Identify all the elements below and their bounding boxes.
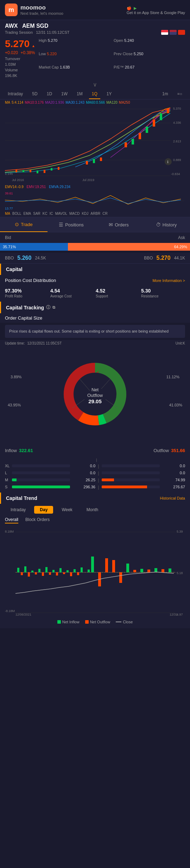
svg-text:Jul 2019: Jul 2019 <box>82 178 94 182</box>
s-label: S <box>5 485 11 489</box>
donut-label-right: 41.03% <box>169 403 182 407</box>
trend-tab-day[interactable]: Day <box>34 506 53 514</box>
trend-chart-svg: 8.18M -8.18M 5.39 5.18 4.97 <box>5 528 185 616</box>
tab-intraday[interactable]: Intraday <box>5 90 26 99</box>
chart-settings[interactable]: =○ <box>175 90 185 99</box>
tab-1min[interactable]: 1m <box>159 90 171 99</box>
flow-row-xl: XL 0.0 | 0.0 <box>5 463 185 469</box>
svg-rect-85 <box>147 570 150 572</box>
m-outflow-val: 74.99 <box>160 478 185 482</box>
trend-subtab-block[interactable]: Block Orders <box>25 517 50 523</box>
svg-rect-57 <box>17 568 19 572</box>
app-header: m moomoo Next trade, let's moomoo 🍎 ▶ Ge… <box>0 0 190 20</box>
capital-copy-icon: ⧉ <box>52 305 55 310</box>
svg-text:Outflow: Outflow <box>87 393 103 398</box>
l-inflow-val: 0.0 <box>71 471 95 475</box>
svg-rect-88 <box>169 568 171 572</box>
m-outflow-bar <box>102 478 160 481</box>
svg-rect-12 <box>23 170 24 172</box>
m-inflow-val: 26.25 <box>71 478 95 482</box>
trend-chart: 8.18M -8.18M 5.39 5.18 4.97 <box>0 526 190 618</box>
trend-subtab-overall[interactable]: Overall <box>5 517 18 523</box>
svg-rect-72 <box>49 572 51 575</box>
trade-tab[interactable]: ⊙ Trade <box>0 217 48 232</box>
s-outflow-val: 276.67 <box>160 485 185 489</box>
donut-label-top-right: 11.12% <box>166 375 179 379</box>
svg-text:2.613: 2.613 <box>173 140 181 143</box>
historical-data-link[interactable]: Historical Data <box>160 496 185 500</box>
apple-icon: 🍎 <box>127 6 132 11</box>
trend-subtabs: Overall Block Orders <box>0 516 190 526</box>
svg-rect-11 <box>15 169 17 172</box>
trend-tab-intraday[interactable]: Intraday <box>5 506 31 514</box>
donut-svg: Net Outflow 29.05 <box>60 359 130 429</box>
svg-rect-65 <box>74 569 76 572</box>
turnover: Turnover <box>5 57 35 61</box>
history-tab[interactable]: ⏱ History <box>142 217 190 232</box>
orders-tab[interactable]: ✉ Orders <box>95 217 142 232</box>
stock-title-bar: AWX AEM SGD Trading Session 12/31 11:05:… <box>0 20 190 36</box>
price-up-arrow <box>32 38 35 50</box>
flow-row-s: S 296.36 | 276.67 <box>5 484 185 490</box>
ma30: MA30:1.243 <box>65 101 84 104</box>
svg-rect-25 <box>153 120 155 127</box>
tab-1w[interactable]: 1W <box>58 90 70 99</box>
svg-rect-76 <box>77 572 79 575</box>
svg-text:-8.18M: -8.18M <box>5 609 15 613</box>
support: 4.52 Support <box>96 288 140 298</box>
svg-line-44 <box>101 378 111 389</box>
svg-rect-18 <box>86 161 88 165</box>
svg-text:4.97: 4.97 <box>177 613 183 616</box>
svg-rect-73 <box>56 572 58 576</box>
svg-rect-16 <box>51 168 52 171</box>
tab-5d[interactable]: 5D <box>29 90 40 99</box>
logo: m moomoo Next trade, let's moomoo <box>5 4 63 16</box>
ma-indicators: MA 5:4.114 MA10:3.176 MA20:1.936 MA30:1.… <box>0 99 190 105</box>
expand-arrow[interactable]: ∨ <box>0 81 190 89</box>
xl-label: XL <box>5 464 11 468</box>
positions-icon: ☰ <box>59 222 63 227</box>
svg-rect-15 <box>44 170 45 173</box>
tab-1m[interactable]: 1M <box>74 90 86 99</box>
trade-icon: ⊙ <box>15 221 19 227</box>
tab-1y[interactable]: 1Y <box>104 90 115 99</box>
cta-text: Get it on App Store & Google Play <box>127 11 185 15</box>
flow-details: | XL 0.0 | 0.0 L 0.0 | 0.0 M 26.25 | 74.… <box>0 456 190 493</box>
tab-1d[interactable]: 1D <box>44 90 55 99</box>
s-outflow-bar <box>102 486 160 488</box>
svg-rect-80 <box>112 560 115 572</box>
s-inflow-bar <box>12 486 70 488</box>
donut-label-left: 43.95% <box>8 403 21 407</box>
bbo-row: BBO 5.260 24.5K BBO 5.270 44.1K <box>0 253 190 264</box>
svg-rect-23 <box>139 133 141 139</box>
donut-chart-container: 3.89% 11.12% 43.95% 41.03% Net Outflow 2… <box>0 347 190 445</box>
l-outflow-val: 0.0 <box>160 471 185 475</box>
flag-us <box>170 30 177 35</box>
legend-inflow-dot <box>57 620 61 624</box>
l-label: L <box>5 471 11 475</box>
svg-text:5.39: 5.39 <box>177 530 183 533</box>
ask-bar: 64.29% <box>68 243 190 251</box>
svg-rect-14 <box>37 171 38 173</box>
svg-rect-17 <box>58 167 59 170</box>
tab-1q[interactable]: 1Q <box>89 90 100 99</box>
svg-text:12/06/2021: 12/06/2021 <box>15 613 31 616</box>
svg-text:-0.834: -0.834 <box>171 172 180 176</box>
svg-rect-69 <box>28 572 30 577</box>
more-info-link[interactable]: More Information > <box>152 278 185 283</box>
trend-tab-month[interactable]: Month <box>81 506 104 514</box>
svg-rect-64 <box>66 570 69 572</box>
orders-icon: ✉ <box>109 222 113 227</box>
svg-rect-60 <box>38 569 40 572</box>
price-left: 5.270 +0.020 +0.38% Turnover 1.03M Volum… <box>5 38 35 78</box>
svg-text:Jul 2016: Jul 2016 <box>12 178 24 182</box>
action-tabs: ⊙ Trade ☰ Positions ✉ Orders ⏱ History <box>0 217 190 232</box>
trading-session: Trading Session 12/31 11:05:12CST <box>5 30 185 35</box>
trend-tab-week[interactable]: Week <box>56 506 78 514</box>
positions-tab[interactable]: ☰ Positions <box>48 217 95 232</box>
xl-inflow-bar <box>12 464 70 467</box>
stats-row: 97.30% Profit Ratio 4.54 Average Cost 4.… <box>0 286 190 302</box>
svg-rect-67 <box>88 570 90 572</box>
svg-rect-61 <box>45 567 48 572</box>
svg-text:12/31: 12/31 <box>170 613 178 616</box>
